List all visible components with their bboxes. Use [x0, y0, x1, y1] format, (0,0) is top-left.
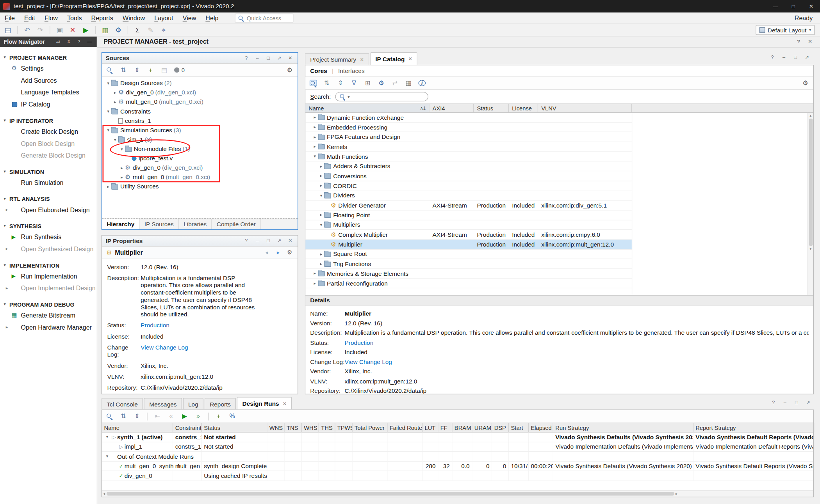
column-header-start[interactable]: Start	[509, 423, 529, 432]
column-header-vlnv[interactable]: VLNV	[538, 104, 632, 112]
catalog-search-input[interactable]: ▾	[335, 92, 428, 101]
column-header-name[interactable]: Name	[102, 423, 173, 432]
catalog-row-trig-functions[interactable]: ▸Trig Functions	[305, 259, 632, 269]
link-production[interactable]: Production	[141, 322, 169, 329]
info-icon[interactable]: i	[418, 80, 426, 86]
go-first-icon[interactable]: ⇤	[154, 413, 161, 419]
probe-icon[interactable]: ⌖	[160, 27, 168, 33]
catalog-row-fpga-features-and-design[interactable]: ▸FPGA Features and Design	[305, 132, 632, 142]
sources-tab-compile-order[interactable]: Compile Order	[212, 219, 261, 229]
expander-icon[interactable]: ▾	[105, 109, 111, 114]
layout-selector[interactable]: Default Layout ▾	[756, 25, 815, 35]
column-header-tns[interactable]: TNS	[285, 423, 302, 432]
expander-icon[interactable]: ▾	[119, 147, 125, 151]
flow-section-header-ip-integrator[interactable]: ▾IP INTEGRATOR	[0, 115, 97, 125]
expander-icon[interactable]: ▸	[318, 213, 324, 217]
minimize-icon[interactable]: ―	[86, 39, 93, 44]
help-icon[interactable]: ?	[242, 238, 250, 243]
design-run-row-synth-1-active[interactable]: ▾▷synth_1 (active)constrs_1Not startedVi…	[102, 433, 813, 442]
maximize-button[interactable]: □	[784, 0, 802, 12]
copy-icon[interactable]: ▣	[56, 27, 63, 33]
minimize-icon[interactable]: –	[254, 238, 261, 243]
float-icon[interactable]: ↗	[804, 400, 812, 405]
float-icon[interactable]: ↗	[803, 55, 811, 60]
flow-item-run-simulation[interactable]: Run Simulation	[0, 177, 97, 189]
flow-item-open-synthesized-design[interactable]: ▸Open Synthesized Design	[0, 243, 97, 255]
flow-item-run-implementation[interactable]: ▶Run Implementation	[0, 270, 97, 282]
catalog-row-conversions[interactable]: ▸Conversions	[305, 171, 632, 181]
source-tree-item-constrs-1[interactable]: constrs_1	[102, 116, 298, 125]
expander-icon[interactable]: ▸	[119, 175, 125, 179]
expand-all-icon[interactable]: ⇕	[134, 67, 141, 73]
flow-item-run-synthesis[interactable]: ▶Run Synthesis	[0, 231, 97, 243]
catalog-row-kernels[interactable]: ▸Kernels	[305, 142, 632, 152]
vertical-scrollbar[interactable]: ▴ ▾	[808, 113, 813, 295]
launch-runs-icon[interactable]: ▶	[181, 413, 188, 419]
source-tree-item-constraints[interactable]: ▾Constraints	[102, 106, 298, 116]
menu-view[interactable]: View	[178, 14, 201, 22]
close-icon[interactable]: ✕	[287, 238, 294, 243]
minimize-button[interactable]: —	[767, 0, 784, 12]
view-tab-cores[interactable]: Cores	[310, 67, 327, 74]
menu-file[interactable]: File	[0, 14, 20, 22]
column-header-failed-routes[interactable]: Failed Routes	[387, 423, 422, 432]
column-header-lut[interactable]: LUT	[422, 423, 438, 432]
tab-reports[interactable]: Reports	[205, 398, 236, 409]
catalog-row-dynamic-function-exchange[interactable]: ▸Dynamic Function eXchange	[305, 113, 632, 122]
maximize-icon[interactable]: □	[792, 55, 799, 60]
catalog-row-multiplier[interactable]: ⚙MultiplierProductionIncludedxilinx.com:…	[305, 240, 632, 249]
source-tree-item-div-gen-0[interactable]: ▸⚙div_gen_0 (div_gen_0.xci)	[102, 163, 298, 172]
save-icon[interactable]: ▤	[4, 27, 12, 33]
expander-icon[interactable]: ▸	[312, 144, 318, 149]
maximize-icon[interactable]: □	[793, 400, 800, 405]
edit-icon[interactable]: ✎	[147, 27, 154, 33]
help-icon[interactable]: ?	[795, 39, 802, 44]
grid-view-icon[interactable]: ▦	[405, 80, 412, 86]
minimize-icon[interactable]: –	[780, 55, 788, 60]
catalog-row-cordic[interactable]: ▸CORDIC	[305, 181, 632, 191]
expander-icon[interactable]: ▸	[318, 261, 324, 266]
expander-icon[interactable]: ▾	[104, 454, 111, 459]
catalog-row-adders-subtracters[interactable]: ▸Adders & Subtracters	[305, 161, 632, 171]
column-header-constraints[interactable]: Constraints	[173, 423, 202, 432]
expander-icon[interactable]: ▸	[105, 184, 111, 189]
column-header-status[interactable]: Status	[474, 104, 509, 112]
close-button[interactable]: ✕	[802, 0, 820, 12]
collapse-all-icon[interactable]: ⇅	[323, 80, 331, 86]
catalog-row-complex-multiplier[interactable]: ⚙Complex MultiplierAXI4-StreamProduction…	[305, 230, 632, 240]
settings-icon[interactable]: ⚙	[114, 27, 122, 33]
forward-icon[interactable]: ▸	[275, 250, 282, 256]
close-icon[interactable]: ✕	[806, 39, 814, 44]
compatibility-icon[interactable]: ⇄	[391, 80, 399, 86]
search-icon[interactable]	[106, 413, 114, 419]
expander-icon[interactable]: ▸	[312, 135, 318, 139]
open-file-icon[interactable]: ▤	[160, 67, 168, 73]
expander-icon[interactable]: ▾	[105, 128, 111, 132]
column-header-dsp[interactable]: DSP	[492, 423, 509, 432]
catalog-row-embedded-processing[interactable]: ▸Embedded Processing	[305, 122, 632, 132]
step-forward-icon[interactable]: »	[194, 413, 202, 419]
settings-icon[interactable]: ⚙	[802, 80, 809, 86]
column-header-wns[interactable]: WNS	[267, 423, 284, 432]
help-icon[interactable]: ?	[242, 55, 250, 60]
catalog-row-divider-generator[interactable]: ⚙Divider GeneratorAXI4-StreamProductionI…	[305, 201, 632, 210]
expand-all-icon[interactable]: ⇕	[134, 413, 141, 419]
column-header-ff[interactable]: FF	[438, 423, 452, 432]
collapse-all-icon[interactable]: ⇅	[120, 67, 127, 73]
settings-icon[interactable]: ⚙	[286, 250, 294, 256]
column-header-run-strategy[interactable]: Run Strategy	[553, 423, 693, 432]
expander-icon[interactable]: ▸	[119, 165, 125, 170]
help-icon[interactable]: ?	[770, 400, 777, 405]
expander-icon[interactable]: ▾	[104, 435, 111, 439]
tab-design-runs[interactable]: Design Runs✕	[237, 397, 292, 410]
sources-tab-ip-sources[interactable]: IP Sources	[140, 219, 179, 229]
group-icon[interactable]: ⊞	[364, 80, 371, 86]
link-view-change-log[interactable]: View Change Log	[345, 358, 809, 366]
view-tab-interfaces[interactable]: Interfaces	[338, 67, 365, 74]
link-production[interactable]: Production	[345, 339, 809, 346]
source-tree-item-mult-gen-0[interactable]: ▸⚙mult_gen_0 (mult_gen_0.xci)	[102, 97, 298, 106]
delete-icon[interactable]: ✕	[69, 27, 77, 33]
sources-tab-libraries[interactable]: Libraries	[179, 219, 212, 229]
toggle-panel-icon[interactable]: ⇄	[54, 39, 62, 44]
scrollbar-thumb[interactable]	[809, 119, 812, 246]
